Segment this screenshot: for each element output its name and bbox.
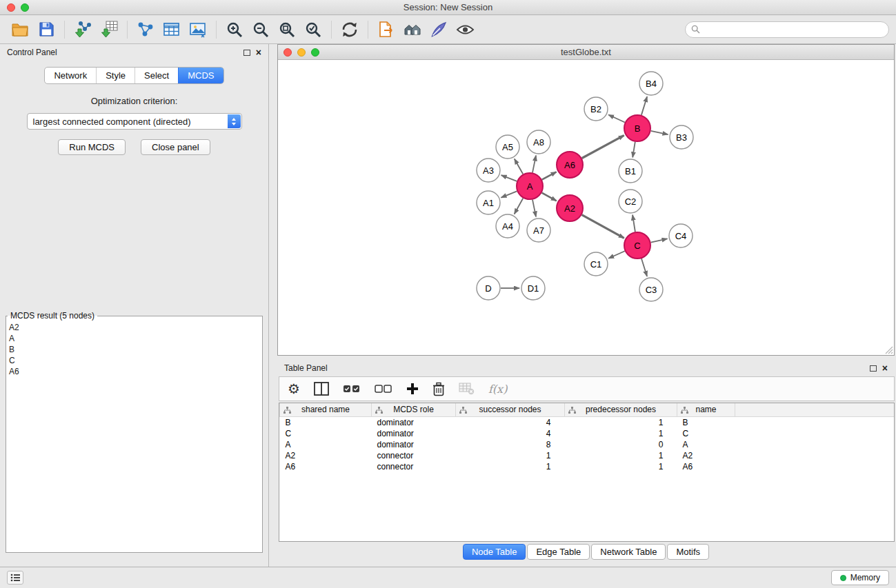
- float-panel-icon[interactable]: [243, 50, 250, 56]
- split-panel-icon[interactable]: [314, 382, 329, 396]
- result-item[interactable]: A6: [6, 366, 262, 377]
- graph-node-D[interactable]: D: [477, 276, 500, 300]
- function-builder-icon[interactable]: f(x): [488, 383, 507, 396]
- graph-node-A1[interactable]: A1: [477, 191, 500, 214]
- resize-grip-icon[interactable]: [885, 346, 893, 354]
- graph-edge-A-A4[interactable]: [515, 199, 524, 214]
- result-item[interactable]: B: [6, 344, 262, 355]
- network-canvas[interactable]: AA6A2BCA1A3A4A5A7A8B1B2B3B4C1C2C3C4DD1: [278, 60, 894, 355]
- column-header-predecessor-nodes[interactable]: predecessor nodes: [565, 403, 677, 416]
- graph-node-B2[interactable]: B2: [584, 97, 608, 121]
- delete-table-icon[interactable]: [459, 383, 475, 395]
- select-all-icon[interactable]: [343, 384, 361, 394]
- tab-edge-table[interactable]: Edge Table: [527, 544, 590, 560]
- graph-edge-A-A1[interactable]: [501, 191, 517, 197]
- graph-node-C4[interactable]: C4: [669, 224, 693, 247]
- task-history-button[interactable]: [7, 571, 23, 585]
- delete-column-icon[interactable]: [432, 382, 445, 396]
- criterion-dropdown[interactable]: largest connected component (directed): [27, 113, 242, 130]
- paintbrush-icon[interactable]: [426, 17, 452, 42]
- column-header-successor-nodes[interactable]: successor nodes: [456, 403, 565, 416]
- run-mcds-button[interactable]: Run MCDS: [58, 139, 126, 155]
- graph-edge-B-B3[interactable]: [651, 131, 668, 134]
- zoom-fit-icon[interactable]: [274, 17, 300, 42]
- graph-edge-C-C1[interactable]: [608, 251, 625, 258]
- column-header-MCDS-role[interactable]: MCDS role: [372, 403, 456, 416]
- zoom-selected-icon[interactable]: [300, 17, 326, 42]
- graph-node-A8[interactable]: A8: [527, 130, 550, 154]
- eye-icon[interactable]: [452, 17, 478, 42]
- graph-node-A[interactable]: A: [517, 173, 543, 199]
- graph-node-C3[interactable]: C3: [639, 278, 663, 301]
- graph-edge-A2-C[interactable]: [582, 215, 624, 239]
- graph-edge-A-A8[interactable]: [532, 156, 536, 173]
- table-row[interactable]: Cdominator41C: [280, 428, 895, 439]
- gear-icon[interactable]: ⚙: [288, 381, 300, 397]
- column-header-name[interactable]: name: [677, 403, 735, 416]
- open-folder-icon[interactable]: [7, 17, 33, 42]
- table-row[interactable]: A6connector11A6: [280, 461, 895, 472]
- close-panel-icon[interactable]: ×: [256, 48, 261, 57]
- result-item[interactable]: A: [6, 333, 262, 344]
- apply-layout-icon[interactable]: [337, 17, 363, 42]
- graph-node-A3[interactable]: A3: [477, 159, 500, 182]
- import-network-file-icon[interactable]: [70, 17, 96, 42]
- table-row[interactable]: Adominator80A: [280, 439, 895, 450]
- close-panel-button[interactable]: Close panel: [141, 139, 210, 155]
- deselect-all-icon[interactable]: [375, 384, 392, 394]
- graph-edge-B-B2[interactable]: [608, 114, 625, 122]
- graph-node-B[interactable]: B: [624, 115, 650, 141]
- graph-node-B3[interactable]: B3: [670, 125, 693, 149]
- graph-node-D1[interactable]: D1: [521, 276, 545, 300]
- graph-node-A6[interactable]: A6: [557, 152, 583, 178]
- export-image-icon[interactable]: [185, 17, 211, 42]
- graph-edge-B-B4[interactable]: [641, 97, 647, 115]
- new-network-icon[interactable]: [132, 17, 159, 42]
- graph-node-A5[interactable]: A5: [496, 135, 519, 159]
- graph-node-C1[interactable]: C1: [584, 252, 608, 276]
- graph-node-C2[interactable]: C2: [619, 190, 642, 213]
- tab-node-table[interactable]: Node Table: [463, 544, 526, 560]
- float-table-panel-icon[interactable]: [870, 365, 877, 372]
- table-row[interactable]: Bdominator41B: [280, 416, 895, 428]
- graph-node-A7[interactable]: A7: [527, 219, 550, 242]
- result-item[interactable]: A2: [6, 322, 262, 333]
- result-item[interactable]: C: [6, 355, 262, 366]
- graph-edge-A6-B[interactable]: [582, 135, 624, 158]
- graph-edge-A-A3[interactable]: [501, 175, 517, 181]
- zoom-out-icon[interactable]: [248, 17, 274, 42]
- graph-edge-C-C3[interactable]: [641, 258, 647, 276]
- tab-style[interactable]: Style: [96, 68, 135, 83]
- tab-network-table[interactable]: Network Table: [591, 544, 666, 560]
- graph-edge-A-A7[interactable]: [532, 200, 536, 217]
- houses-icon[interactable]: [399, 17, 426, 42]
- export-document-icon[interactable]: [373, 17, 399, 42]
- zoom-in-icon[interactable]: [221, 17, 248, 42]
- graph-node-A2[interactable]: A2: [557, 195, 583, 221]
- search-input[interactable]: [704, 25, 883, 34]
- new-table-icon[interactable]: [159, 17, 185, 42]
- graph-edge-C-C4[interactable]: [651, 239, 668, 242]
- graph-edge-B-B1[interactable]: [633, 142, 635, 158]
- tab-mcds[interactable]: MCDS: [178, 68, 223, 83]
- graph-edge-A-A2[interactable]: [542, 193, 557, 201]
- column-header-shared-name[interactable]: shared name: [280, 403, 372, 416]
- search-box[interactable]: [685, 21, 889, 38]
- graph-node-B4[interactable]: B4: [639, 72, 663, 95]
- import-table-file-icon[interactable]: [96, 17, 122, 42]
- graph-node-B1[interactable]: B1: [619, 159, 642, 183]
- table-row[interactable]: A2connector11A2: [280, 450, 895, 461]
- svg-text:A1: A1: [483, 198, 494, 208]
- graph-node-A4[interactable]: A4: [496, 214, 519, 238]
- tab-motifs[interactable]: Motifs: [667, 544, 709, 560]
- graph-edge-A-A6[interactable]: [542, 172, 557, 179]
- close-table-panel-icon[interactable]: ×: [882, 363, 888, 373]
- memory-button[interactable]: Memory: [831, 570, 889, 585]
- graph-node-C[interactable]: C: [624, 232, 650, 258]
- graph-edge-C-C2[interactable]: [633, 215, 635, 232]
- graph-edge-A-A5[interactable]: [515, 159, 523, 174]
- tab-select[interactable]: Select: [135, 68, 178, 83]
- save-session-icon[interactable]: [33, 17, 59, 42]
- tab-network[interactable]: Network: [45, 68, 96, 83]
- add-column-icon[interactable]: [406, 383, 419, 395]
